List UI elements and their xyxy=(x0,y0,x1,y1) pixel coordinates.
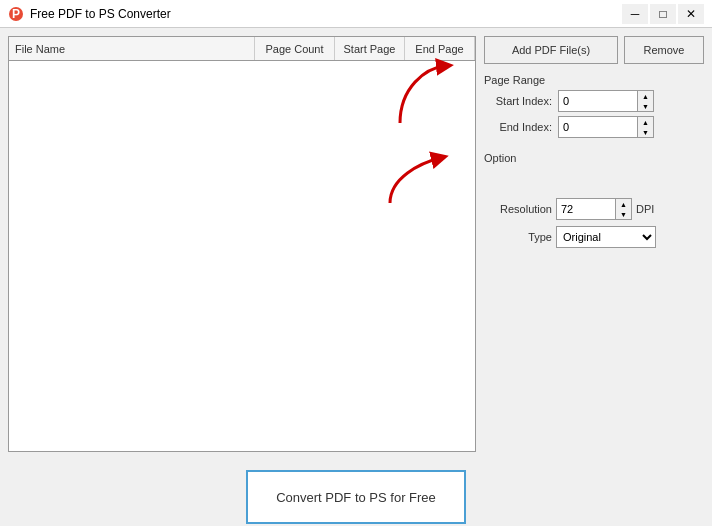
maximize-button[interactable]: □ xyxy=(650,4,676,24)
resolution-down[interactable]: ▼ xyxy=(616,209,631,219)
resolution-input[interactable] xyxy=(556,198,616,220)
dpi-label: DPI xyxy=(636,203,654,215)
table-body xyxy=(9,61,475,451)
start-index-up[interactable]: ▲ xyxy=(638,91,653,101)
convert-button[interactable]: Convert PDF to PS for Free xyxy=(246,470,466,524)
right-panel: Add PDF File(s) Remove Page Range Start … xyxy=(484,36,704,452)
title-bar: P Free PDF to PS Converter ─ □ ✕ xyxy=(0,0,712,28)
start-index-input[interactable] xyxy=(558,90,638,112)
type-label: Type xyxy=(484,231,552,243)
remove-button[interactable]: Remove xyxy=(624,36,704,64)
option-label: Option xyxy=(484,152,704,164)
resolution-label: Resolution xyxy=(484,203,552,215)
start-index-row: Start Index: ▲ ▼ xyxy=(484,90,704,112)
minimize-button[interactable]: ─ xyxy=(622,4,648,24)
page-range-section: Page Range Start Index: ▲ ▼ End Index: xyxy=(484,74,704,142)
add-pdf-button[interactable]: Add PDF File(s) xyxy=(484,36,618,64)
col-pagecount: Page Count xyxy=(255,37,335,60)
end-index-input[interactable] xyxy=(558,116,638,138)
end-index-up[interactable]: ▲ xyxy=(638,117,653,127)
app-icon: P xyxy=(8,6,24,22)
convert-area: Convert PDF to PS for Free xyxy=(0,460,712,526)
type-row: Type Original Grayscale Black & White xyxy=(484,226,704,248)
end-index-label: End Index: xyxy=(484,121,552,133)
page-range-label: Page Range xyxy=(484,74,704,86)
resolution-up[interactable]: ▲ xyxy=(616,199,631,209)
option-section: Option Resolution ▲ ▼ DPI Type xyxy=(484,152,704,248)
file-table: File Name Page Count Start Page End Page xyxy=(8,36,476,452)
table-header: File Name Page Count Start Page End Page xyxy=(9,37,475,61)
close-button[interactable]: ✕ xyxy=(678,4,704,24)
svg-text:P: P xyxy=(12,7,20,21)
main-content: File Name Page Count Start Page End Page… xyxy=(0,28,712,460)
end-index-down[interactable]: ▼ xyxy=(638,127,653,137)
start-index-down[interactable]: ▼ xyxy=(638,101,653,111)
type-select[interactable]: Original Grayscale Black & White xyxy=(556,226,656,248)
col-startpage: Start Page xyxy=(335,37,405,60)
end-index-row: End Index: ▲ ▼ xyxy=(484,116,704,138)
col-filename: File Name xyxy=(9,37,255,60)
col-endpage: End Page xyxy=(405,37,475,60)
start-index-label: Start Index: xyxy=(484,95,552,107)
app-title: Free PDF to PS Converter xyxy=(30,7,171,21)
resolution-row: Resolution ▲ ▼ DPI xyxy=(484,198,704,220)
